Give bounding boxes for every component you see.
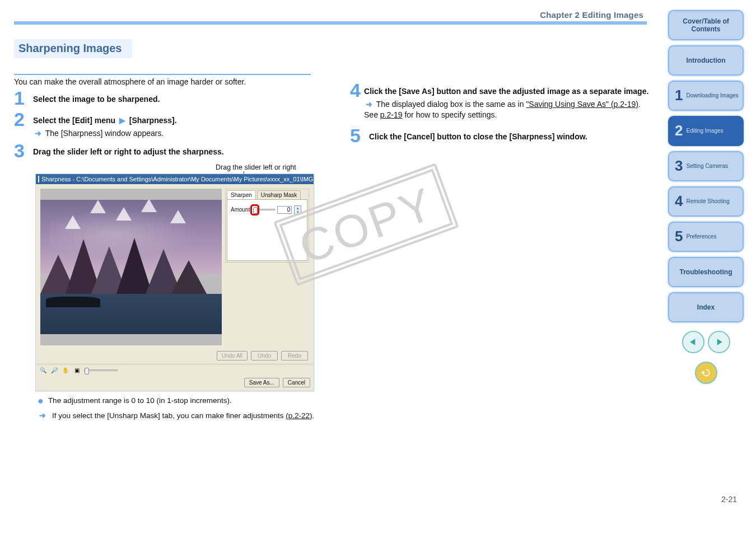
step-number-1: 1 — [14, 88, 31, 107]
menu-arrow-icon: ▶ — [119, 115, 125, 126]
nav-ch4-label: Remote Shooting — [686, 198, 729, 205]
spinner-up-icon[interactable]: ▴ — [295, 206, 301, 210]
back-button[interactable] — [695, 362, 717, 384]
tab-unsharp-mask[interactable]: Unsharp Mask — [257, 190, 301, 199]
return-icon — [700, 367, 712, 379]
nav-ch1-label: Downloading Images — [686, 92, 738, 99]
control-panel: Sharpen Unsharp Mask Amount: 0 — [225, 189, 309, 263]
step-number-4: 4 — [350, 81, 362, 100]
pan-icon[interactable]: ✋ — [62, 367, 69, 374]
nav-ch1-number: 1 — [675, 87, 683, 104]
sharpness-window: Sharpness - C:\Documents and Settings\Ad… — [35, 174, 314, 391]
divider — [14, 74, 311, 75]
nav-intro-label: Introduction — [687, 57, 726, 64]
arrow-right-icon — [713, 336, 725, 348]
callout-label: Drag the slider left or right — [216, 163, 296, 171]
page-link-2-22[interactable]: (p.2-22) — [286, 411, 312, 420]
nav-intro[interactable]: Introduction — [668, 45, 744, 76]
step-1: 1 Select the image to be sharpened. — [14, 88, 316, 107]
nav-ch2-label: Editing Images — [686, 128, 723, 134]
page-link-2-19b[interactable]: p.2-19 — [380, 110, 403, 119]
step-4-note-a: The displayed dialog box is the same as … — [376, 100, 526, 109]
bullet-icon: ● — [38, 396, 44, 406]
nav-cover[interactable]: Cover/Table of Contents — [668, 10, 744, 40]
next-page-button[interactable] — [708, 331, 730, 353]
amount-slider[interactable] — [254, 209, 275, 210]
zoom-in-icon[interactable]: 🔍 — [39, 367, 47, 374]
step-4-note-c: for how to specify settings. — [403, 110, 497, 119]
window-icon — [38, 176, 39, 182]
step-4-text: Click the [Save As] button and save the … — [364, 87, 648, 96]
amount-input[interactable]: 0 — [277, 206, 292, 214]
window-title: Sharpness - C:\Documents and Settings\Ad… — [41, 176, 314, 182]
redo-button[interactable]: Redo — [281, 351, 308, 360]
image-preview — [40, 189, 222, 345]
section-subtitle: You can make the overall atmosphere of a… — [14, 77, 316, 86]
result-arrow-icon: ➜ — [39, 411, 46, 421]
chapter-header-text: Chapter 2 Editing Images — [540, 10, 643, 20]
step-2-text-b: [Sharpness]. — [129, 116, 177, 125]
slider-thumb[interactable] — [253, 207, 258, 214]
nav-cover-label: Cover/Table of Contents — [669, 17, 743, 34]
result-arrow-icon: ➜ — [366, 99, 372, 110]
amount-spinner[interactable]: ▴▾ — [294, 205, 301, 214]
nav-index[interactable]: Index — [668, 292, 744, 322]
step-number-5: 5 — [350, 126, 367, 145]
note-2-text-b: . — [312, 411, 314, 420]
step-number-3: 3 — [14, 141, 31, 160]
step-number-2: 2 — [14, 110, 31, 129]
note-bullet-2: ➜ If you select the [Unsharp Mask] tab, … — [38, 411, 316, 421]
spinner-down-icon[interactable]: ▾ — [295, 210, 301, 214]
step-3-text: Drag the slider left or right to adjust … — [33, 147, 224, 156]
nav-ch3-label: Setting Cameras — [686, 163, 727, 170]
preview-landscape — [40, 200, 222, 334]
chapter-header: Chapter 2 Editing Images — [14, 21, 647, 36]
step-4: 4 Click the [Save As] button and save th… — [350, 81, 652, 120]
nav-ch5-label: Preferences — [686, 233, 716, 240]
nav-ch5-number: 5 — [675, 228, 683, 245]
save-as-button[interactable]: Save As... — [244, 378, 279, 387]
nav-troubleshooting[interactable]: Troubleshooting — [668, 257, 744, 287]
undo-button[interactable]: Undo — [251, 351, 278, 360]
fit-icon[interactable]: ▣ — [73, 367, 81, 374]
arrow-left-icon — [688, 336, 699, 348]
nav-trouble-label: Troubleshooting — [680, 268, 732, 276]
prev-page-button[interactable] — [682, 331, 704, 353]
note-1-text: The adjustment range is 0 to 10 (in 1-st… — [48, 396, 232, 406]
result-arrow-icon: ➜ — [35, 128, 41, 139]
nav-chapter-5[interactable]: 5Preferences — [668, 222, 744, 252]
step-2-result: The [Sharpness] window appears. — [45, 129, 164, 138]
section-title: Sharpening Images — [14, 39, 132, 58]
zoom-out-icon[interactable]: 🔎 — [50, 367, 58, 374]
amount-label: Amount: — [231, 207, 251, 213]
tab-sharpen[interactable]: Sharpen — [227, 190, 256, 199]
step-5: 5 Click the [Cancel] button to close the… — [350, 126, 652, 145]
page-number: 2-21 — [721, 495, 737, 504]
nav-chapter-3[interactable]: 3Setting Cameras — [668, 151, 744, 181]
nav-ch3-number: 3 — [675, 157, 683, 175]
undo-all-button[interactable]: Undo All — [217, 351, 248, 360]
step-2-text-a: Select the [Edit] menu — [33, 116, 115, 125]
zoom-slider[interactable] — [84, 369, 118, 371]
nav-chapter-2[interactable]: 2Editing Images — [668, 116, 744, 146]
cancel-button[interactable]: Cancel — [283, 378, 310, 387]
step-3: 3 Drag the slider left or right to adjus… — [14, 141, 316, 160]
nav-chapter-4[interactable]: 4Remote Shooting — [668, 186, 744, 217]
zoom-thumb[interactable] — [85, 368, 89, 374]
nav-chapter-1[interactable]: 1Downloading Images — [668, 81, 744, 111]
window-titlebar: Sharpness - C:\Documents and Settings\Ad… — [36, 174, 314, 184]
step-5-text: Click the [Cancel] button to close the [… — [369, 132, 587, 141]
note-bullet-1: ● The adjustment range is 0 to 10 (in 1-… — [38, 396, 316, 406]
page-link-2-19a[interactable]: "Saving Using Save As" (p.2-19) — [526, 100, 638, 109]
nav-index-label: Index — [697, 303, 715, 311]
nav-ch4-number: 4 — [675, 193, 683, 210]
nav-ch2-number: 2 — [675, 122, 683, 139]
step-1-text: Select the image to be sharpened. — [33, 95, 160, 104]
note-2-text-a: If you select the [Unsharp Mask] tab, yo… — [52, 411, 286, 420]
step-2: 2 Select the [Edit] menu ▶ [Sharpness]. … — [14, 110, 316, 139]
